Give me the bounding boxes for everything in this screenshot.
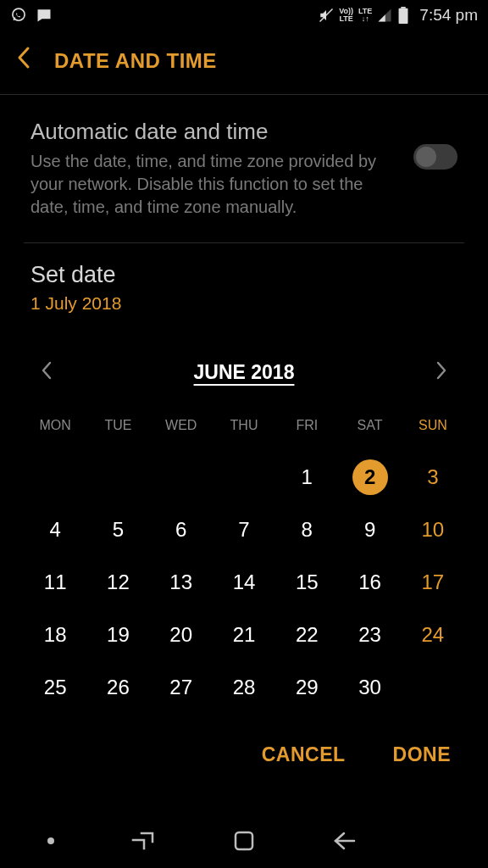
calendar-day[interactable]: 25: [24, 670, 86, 704]
calendar-day[interactable]: 1: [275, 460, 338, 494]
calendar-day[interactable]: 24: [402, 618, 464, 652]
calendar-day[interactable]: 9: [338, 513, 401, 547]
calendar-day[interactable]: 14: [213, 565, 275, 599]
done-button[interactable]: DONE: [393, 743, 451, 766]
page-header: DATE AND TIME: [0, 31, 488, 94]
calendar-day[interactable]: 4: [24, 513, 86, 547]
lte-icon: LTE↓↑: [358, 8, 372, 23]
signal-icon: [377, 8, 392, 23]
page-title: DATE AND TIME: [54, 49, 217, 73]
set-date-title: Set date: [30, 262, 458, 288]
back-icon[interactable]: [17, 46, 30, 75]
svg-rect-2: [399, 8, 408, 24]
home-button[interactable]: [232, 829, 256, 853]
status-bar: Vo))LTE LTE↓↑ 7:54 pm: [0, 0, 488, 31]
message-icon: [36, 7, 53, 24]
calendar-day[interactable]: 21: [213, 618, 275, 652]
calendar-day[interactable]: 17: [402, 565, 464, 599]
calendar-day[interactable]: 20: [150, 618, 213, 652]
svg-rect-4: [236, 832, 252, 849]
auto-datetime-toggle[interactable]: [413, 144, 458, 170]
calendar-dow: FRI: [275, 418, 338, 442]
auto-datetime-row[interactable]: Automatic date and time Use the date, ti…: [0, 95, 488, 242]
calendar-day[interactable]: 16: [338, 565, 401, 599]
calendar-day[interactable]: 10: [402, 513, 464, 547]
calendar-dow: TUE: [86, 418, 149, 442]
calendar-day[interactable]: 23: [338, 618, 401, 652]
mute-icon: [319, 8, 334, 23]
calendar-day[interactable]: 8: [275, 513, 338, 547]
auto-datetime-title: Automatic date and time: [30, 119, 396, 145]
calendar-day[interactable]: 12: [86, 565, 149, 599]
dialog-actions: CANCEL DONE: [0, 713, 488, 766]
calendar-day[interactable]: 19: [86, 618, 149, 652]
status-time: 7:54 pm: [419, 6, 478, 25]
calendar-day[interactable]: 18: [24, 618, 86, 652]
volte-icon: Vo))LTE: [339, 8, 353, 23]
calendar-dow: WED: [150, 418, 213, 442]
calendar-day[interactable]: 29: [275, 670, 338, 704]
system-nav-bar: [0, 814, 488, 868]
calendar-dow: MON: [24, 418, 86, 442]
calendar-day[interactable]: 5: [86, 513, 149, 547]
calendar-day[interactable]: 15: [275, 565, 338, 599]
whatsapp-icon: [10, 7, 27, 24]
svg-rect-3: [402, 7, 406, 8]
cancel-button[interactable]: CANCEL: [262, 743, 346, 766]
calendar-month-label[interactable]: JUNE 2018: [194, 361, 295, 384]
calendar-dow: SUN: [402, 418, 464, 442]
calendar-day[interactable]: 11: [24, 565, 86, 599]
calendar-day[interactable]: 27: [150, 670, 213, 704]
calendar-grid: MONTUEWEDTHUFRISATSUN1234567891011121314…: [24, 408, 464, 704]
calendar-day[interactable]: 13: [150, 565, 213, 599]
calendar-day[interactable]: 28: [213, 670, 275, 704]
calendar-day[interactable]: 6: [150, 513, 213, 547]
battery-icon: [397, 7, 409, 24]
calendar-day[interactable]: 7: [213, 513, 275, 547]
calendar-day[interactable]: 2: [338, 460, 401, 494]
calendar-dow: SAT: [338, 418, 401, 442]
calendar-dow: THU: [213, 418, 275, 442]
auto-datetime-desc: Use the date, time, and time zone provid…: [30, 150, 396, 219]
set-date-row[interactable]: Set date 1 July 2018: [0, 243, 488, 336]
calendar-day[interactable]: 3: [402, 460, 464, 494]
calendar-day[interactable]: 30: [338, 670, 401, 704]
calendar: JUNE 2018 MONTUEWEDTHUFRISATSUN123456789…: [0, 336, 488, 704]
calendar-day[interactable]: 22: [275, 618, 338, 652]
calendar-day[interactable]: 26: [86, 670, 149, 704]
nav-dot-icon: [47, 837, 54, 844]
set-date-value: 1 July 2018: [30, 293, 458, 314]
next-month-button[interactable]: [429, 356, 454, 389]
recents-button[interactable]: [131, 829, 155, 853]
prev-month-button[interactable]: [34, 356, 59, 389]
back-button[interactable]: [333, 829, 357, 853]
